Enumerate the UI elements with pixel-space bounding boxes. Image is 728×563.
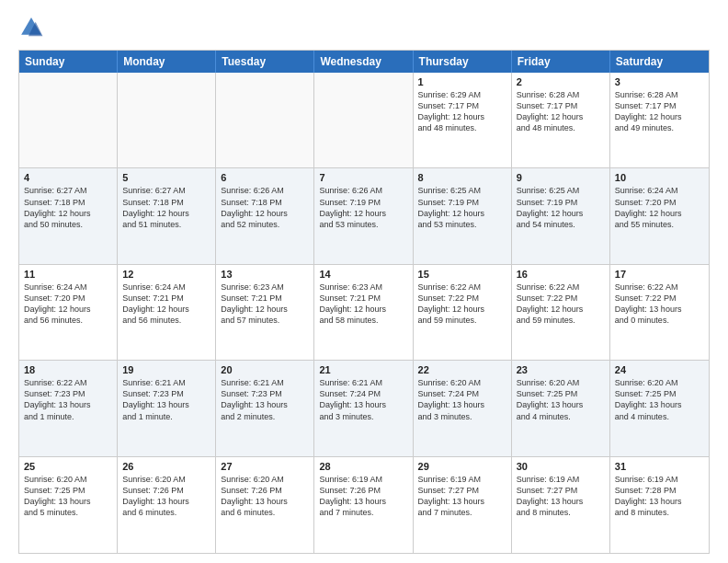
day-number: 22 — [418, 364, 506, 375]
calendar-cell: 24Sunrise: 6:20 AM Sunset: 7:25 PM Dayli… — [610, 361, 709, 455]
day-number: 29 — [418, 461, 506, 472]
header-day-sunday: Sunday — [19, 51, 118, 73]
day-number: 6 — [221, 172, 309, 183]
calendar-cell: 29Sunrise: 6:19 AM Sunset: 7:27 PM Dayli… — [414, 457, 512, 553]
calendar-cell: 13Sunrise: 6:23 AM Sunset: 7:21 PM Dayli… — [216, 265, 314, 360]
day-number: 30 — [517, 461, 605, 472]
calendar-cell: 12Sunrise: 6:24 AM Sunset: 7:21 PM Dayli… — [118, 265, 216, 360]
calendar-cell: 5Sunrise: 6:27 AM Sunset: 7:18 PM Daylig… — [118, 168, 216, 263]
day-number: 15 — [418, 269, 506, 280]
calendar-week-3: 11Sunrise: 6:24 AM Sunset: 7:20 PM Dayli… — [19, 265, 709, 361]
calendar-cell: 31Sunrise: 6:19 AM Sunset: 7:28 PM Dayli… — [610, 457, 709, 553]
calendar-cell — [314, 73, 413, 167]
day-info: Sunrise: 6:19 AM Sunset: 7:26 PM Dayligh… — [319, 474, 407, 519]
calendar-cell: 28Sunrise: 6:19 AM Sunset: 7:26 PM Dayli… — [314, 457, 413, 553]
day-info: Sunrise: 6:24 AM Sunset: 7:20 PM Dayligh… — [24, 282, 112, 327]
calendar-cell: 17Sunrise: 6:22 AM Sunset: 7:22 PM Dayli… — [610, 265, 709, 360]
day-number: 21 — [319, 364, 407, 375]
day-number: 19 — [122, 364, 210, 375]
day-number: 24 — [615, 364, 704, 375]
day-number: 5 — [122, 172, 210, 183]
day-info: Sunrise: 6:19 AM Sunset: 7:28 PM Dayligh… — [615, 474, 704, 519]
day-number: 7 — [319, 172, 407, 183]
calendar-week-1: 1Sunrise: 6:29 AM Sunset: 7:17 PM Daylig… — [19, 73, 709, 168]
day-number: 12 — [122, 269, 210, 280]
calendar-cell: 14Sunrise: 6:23 AM Sunset: 7:21 PM Dayli… — [314, 265, 413, 360]
day-info: Sunrise: 6:25 AM Sunset: 7:19 PM Dayligh… — [418, 185, 506, 230]
header — [18, 15, 710, 40]
day-info: Sunrise: 6:19 AM Sunset: 7:27 PM Dayligh… — [418, 474, 506, 519]
header-day-wednesday: Wednesday — [314, 51, 413, 73]
header-day-saturday: Saturday — [610, 51, 709, 73]
day-info: Sunrise: 6:26 AM Sunset: 7:19 PM Dayligh… — [319, 185, 407, 230]
calendar-cell — [118, 73, 216, 167]
day-number: 11 — [24, 269, 112, 280]
day-info: Sunrise: 6:24 AM Sunset: 7:20 PM Dayligh… — [615, 185, 704, 230]
day-info: Sunrise: 6:23 AM Sunset: 7:21 PM Dayligh… — [319, 282, 407, 327]
day-number: 25 — [24, 461, 112, 472]
calendar-cell: 2Sunrise: 6:28 AM Sunset: 7:17 PM Daylig… — [512, 73, 610, 167]
day-number: 20 — [221, 364, 309, 375]
day-info: Sunrise: 6:21 AM Sunset: 7:24 PM Dayligh… — [319, 377, 407, 422]
calendar-cell — [216, 73, 314, 167]
calendar-cell: 9Sunrise: 6:25 AM Sunset: 7:19 PM Daylig… — [512, 168, 610, 263]
header-day-friday: Friday — [512, 51, 610, 73]
calendar-cell: 16Sunrise: 6:22 AM Sunset: 7:22 PM Dayli… — [512, 265, 610, 360]
calendar-cell: 20Sunrise: 6:21 AM Sunset: 7:23 PM Dayli… — [216, 361, 314, 455]
day-info: Sunrise: 6:20 AM Sunset: 7:25 PM Dayligh… — [24, 474, 112, 519]
calendar-cell: 18Sunrise: 6:22 AM Sunset: 7:23 PM Dayli… — [19, 361, 118, 455]
header-day-thursday: Thursday — [414, 51, 512, 73]
day-info: Sunrise: 6:22 AM Sunset: 7:22 PM Dayligh… — [418, 282, 506, 327]
calendar-cell: 22Sunrise: 6:20 AM Sunset: 7:24 PM Dayli… — [414, 361, 512, 455]
page: SundayMondayTuesdayWednesdayThursdayFrid… — [0, 0, 728, 563]
day-info: Sunrise: 6:20 AM Sunset: 7:25 PM Dayligh… — [517, 377, 605, 422]
calendar-cell: 1Sunrise: 6:29 AM Sunset: 7:17 PM Daylig… — [414, 73, 512, 167]
calendar-cell: 15Sunrise: 6:22 AM Sunset: 7:22 PM Dayli… — [414, 265, 512, 360]
day-number: 14 — [319, 269, 407, 280]
day-info: Sunrise: 6:20 AM Sunset: 7:26 PM Dayligh… — [122, 474, 210, 519]
calendar-cell: 23Sunrise: 6:20 AM Sunset: 7:25 PM Dayli… — [512, 361, 610, 455]
day-info: Sunrise: 6:29 AM Sunset: 7:17 PM Dayligh… — [418, 89, 506, 134]
day-number: 13 — [221, 269, 309, 280]
day-number: 16 — [517, 269, 605, 280]
day-number: 9 — [517, 172, 605, 183]
calendar-cell: 4Sunrise: 6:27 AM Sunset: 7:18 PM Daylig… — [19, 168, 118, 263]
day-number: 17 — [615, 269, 704, 280]
calendar-cell: 10Sunrise: 6:24 AM Sunset: 7:20 PM Dayli… — [610, 168, 709, 263]
day-info: Sunrise: 6:27 AM Sunset: 7:18 PM Dayligh… — [122, 185, 210, 230]
calendar-cell: 3Sunrise: 6:28 AM Sunset: 7:17 PM Daylig… — [610, 73, 709, 167]
day-info: Sunrise: 6:20 AM Sunset: 7:26 PM Dayligh… — [221, 474, 309, 519]
day-number: 18 — [24, 364, 112, 375]
calendar-cell: 11Sunrise: 6:24 AM Sunset: 7:20 PM Dayli… — [19, 265, 118, 360]
day-info: Sunrise: 6:22 AM Sunset: 7:22 PM Dayligh… — [615, 282, 704, 327]
day-info: Sunrise: 6:20 AM Sunset: 7:25 PM Dayligh… — [615, 377, 704, 422]
header-day-tuesday: Tuesday — [216, 51, 314, 73]
day-info: Sunrise: 6:23 AM Sunset: 7:21 PM Dayligh… — [221, 282, 309, 327]
calendar-body: 1Sunrise: 6:29 AM Sunset: 7:17 PM Daylig… — [19, 73, 709, 553]
calendar-cell: 26Sunrise: 6:20 AM Sunset: 7:26 PM Dayli… — [118, 457, 216, 553]
calendar-cell: 27Sunrise: 6:20 AM Sunset: 7:26 PM Dayli… — [216, 457, 314, 553]
day-info: Sunrise: 6:26 AM Sunset: 7:18 PM Dayligh… — [221, 185, 309, 230]
calendar-cell — [19, 73, 118, 167]
calendar: SundayMondayTuesdayWednesdayThursdayFrid… — [18, 50, 710, 554]
day-number: 10 — [615, 172, 704, 183]
day-number: 31 — [615, 461, 704, 472]
day-info: Sunrise: 6:24 AM Sunset: 7:21 PM Dayligh… — [122, 282, 210, 327]
calendar-cell: 21Sunrise: 6:21 AM Sunset: 7:24 PM Dayli… — [314, 361, 413, 455]
calendar-week-2: 4Sunrise: 6:27 AM Sunset: 7:18 PM Daylig… — [19, 168, 709, 264]
day-number: 1 — [418, 76, 506, 87]
day-number: 2 — [517, 76, 605, 87]
day-number: 3 — [615, 76, 704, 87]
calendar-week-4: 18Sunrise: 6:22 AM Sunset: 7:23 PM Dayli… — [19, 361, 709, 456]
calendar-cell: 30Sunrise: 6:19 AM Sunset: 7:27 PM Dayli… — [512, 457, 610, 553]
day-number: 4 — [24, 172, 112, 183]
day-info: Sunrise: 6:21 AM Sunset: 7:23 PM Dayligh… — [122, 377, 210, 422]
calendar-cell: 8Sunrise: 6:25 AM Sunset: 7:19 PM Daylig… — [414, 168, 512, 263]
header-day-monday: Monday — [118, 51, 216, 73]
day-number: 26 — [122, 461, 210, 472]
day-number: 23 — [517, 364, 605, 375]
day-info: Sunrise: 6:19 AM Sunset: 7:27 PM Dayligh… — [517, 474, 605, 519]
day-info: Sunrise: 6:20 AM Sunset: 7:24 PM Dayligh… — [418, 377, 506, 422]
day-info: Sunrise: 6:28 AM Sunset: 7:17 PM Dayligh… — [615, 89, 704, 134]
day-info: Sunrise: 6:21 AM Sunset: 7:23 PM Dayligh… — [221, 377, 309, 422]
